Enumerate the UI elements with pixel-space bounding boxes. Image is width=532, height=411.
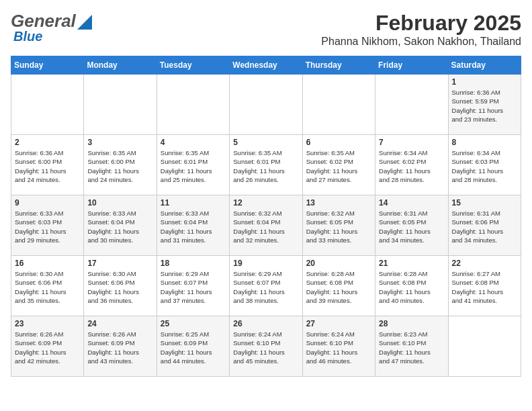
day-cell-28: 28Sunrise: 6:23 AM Sunset: 6:10 PM Dayli… (375, 316, 448, 377)
day-cell-26: 26Sunrise: 6:24 AM Sunset: 6:10 PM Dayli… (230, 316, 302, 377)
location-subtitle: Phanna Nikhom, Sakon Nakhon, Thailand (321, 36, 521, 48)
day-info: Sunrise: 6:24 AM Sunset: 6:10 PM Dayligh… (233, 330, 298, 365)
day-info: Sunrise: 6:35 AM Sunset: 6:01 PM Dayligh… (233, 148, 298, 184)
day-info: Sunrise: 6:31 AM Sunset: 6:05 PM Dayligh… (379, 209, 444, 244)
day-cell-19: 19Sunrise: 6:29 AM Sunset: 6:07 PM Dayli… (230, 256, 302, 316)
logo: General Blue (11, 11, 92, 44)
weekday-header-saturday: Saturday (448, 56, 521, 75)
calendar-table: SundayMondayTuesdayWednesdayThursdayFrid… (11, 56, 521, 377)
day-number: 14 (379, 198, 444, 208)
empty-cell (84, 75, 157, 135)
day-number: 17 (87, 259, 152, 268)
title-area: February 2025 Phanna Nikhom, Sakon Nakho… (321, 11, 521, 48)
day-info: Sunrise: 6:27 AM Sunset: 6:08 PM Dayligh… (452, 269, 517, 305)
day-number: 25 (161, 319, 226, 328)
day-number: 27 (306, 319, 371, 328)
day-cell-8: 8Sunrise: 6:34 AM Sunset: 6:03 PM Daylig… (448, 135, 521, 195)
page-header: General Blue February 2025 Phanna Nikhom… (11, 11, 521, 48)
day-number: 16 (15, 259, 80, 268)
day-number: 1 (452, 77, 517, 87)
day-cell-27: 27Sunrise: 6:24 AM Sunset: 6:10 PM Dayli… (302, 316, 375, 377)
day-cell-5: 5Sunrise: 6:35 AM Sunset: 6:01 PM Daylig… (230, 135, 302, 195)
day-cell-12: 12Sunrise: 6:32 AM Sunset: 6:04 PM Dayli… (230, 195, 302, 256)
weekday-header-monday: Monday (84, 56, 157, 75)
day-number: 21 (379, 259, 444, 268)
day-number: 19 (233, 259, 298, 268)
day-info: Sunrise: 6:25 AM Sunset: 6:09 PM Dayligh… (161, 330, 226, 365)
day-cell-6: 6Sunrise: 6:35 AM Sunset: 6:02 PM Daylig… (302, 135, 375, 195)
day-number: 22 (452, 259, 517, 268)
day-cell-15: 15Sunrise: 6:31 AM Sunset: 6:06 PM Dayli… (448, 195, 521, 256)
day-info: Sunrise: 6:29 AM Sunset: 6:07 PM Dayligh… (233, 269, 298, 305)
day-cell-1: 1Sunrise: 6:36 AM Sunset: 5:59 PM Daylig… (448, 75, 521, 135)
day-number: 23 (15, 319, 80, 328)
day-info: Sunrise: 6:33 AM Sunset: 6:03 PM Dayligh… (15, 209, 80, 244)
empty-cell (157, 75, 229, 135)
day-number: 3 (87, 138, 152, 147)
day-number: 2 (15, 138, 80, 147)
day-number: 11 (161, 198, 226, 208)
day-cell-4: 4Sunrise: 6:35 AM Sunset: 6:01 PM Daylig… (157, 135, 229, 195)
week-row-2: 2Sunrise: 6:36 AM Sunset: 6:00 PM Daylig… (11, 135, 521, 195)
day-info: Sunrise: 6:24 AM Sunset: 6:10 PM Dayligh… (306, 330, 371, 365)
day-cell-23: 23Sunrise: 6:26 AM Sunset: 6:09 PM Dayli… (11, 316, 84, 377)
month-year-title: February 2025 (321, 11, 521, 36)
logo-blue-text: Blue (13, 29, 42, 44)
day-info: Sunrise: 6:26 AM Sunset: 6:09 PM Dayligh… (15, 330, 80, 365)
day-number: 20 (306, 259, 371, 268)
day-cell-9: 9Sunrise: 6:33 AM Sunset: 6:03 PM Daylig… (11, 195, 84, 256)
day-number: 13 (306, 198, 371, 208)
week-row-3: 9Sunrise: 6:33 AM Sunset: 6:03 PM Daylig… (11, 195, 521, 256)
day-info: Sunrise: 6:30 AM Sunset: 6:06 PM Dayligh… (15, 269, 80, 305)
weekday-header-friday: Friday (375, 56, 448, 75)
day-cell-17: 17Sunrise: 6:30 AM Sunset: 6:06 PM Dayli… (84, 256, 157, 316)
day-info: Sunrise: 6:28 AM Sunset: 6:08 PM Dayligh… (306, 269, 371, 305)
empty-cell (302, 75, 375, 135)
empty-cell (448, 316, 521, 377)
day-cell-13: 13Sunrise: 6:32 AM Sunset: 6:05 PM Dayli… (302, 195, 375, 256)
day-info: Sunrise: 6:33 AM Sunset: 6:04 PM Dayligh… (161, 209, 226, 244)
day-info: Sunrise: 6:28 AM Sunset: 6:08 PM Dayligh… (379, 269, 444, 305)
day-info: Sunrise: 6:35 AM Sunset: 6:00 PM Dayligh… (87, 148, 152, 184)
day-number: 12 (233, 198, 298, 208)
day-info: Sunrise: 6:23 AM Sunset: 6:10 PM Dayligh… (379, 330, 444, 365)
day-info: Sunrise: 6:34 AM Sunset: 6:02 PM Dayligh… (379, 148, 444, 184)
day-cell-20: 20Sunrise: 6:28 AM Sunset: 6:08 PM Dayli… (302, 256, 375, 316)
day-cell-21: 21Sunrise: 6:28 AM Sunset: 6:08 PM Dayli… (375, 256, 448, 316)
day-info: Sunrise: 6:31 AM Sunset: 6:06 PM Dayligh… (452, 209, 517, 244)
week-row-5: 23Sunrise: 6:26 AM Sunset: 6:09 PM Dayli… (11, 316, 521, 377)
day-cell-25: 25Sunrise: 6:25 AM Sunset: 6:09 PM Dayli… (157, 316, 229, 377)
day-cell-18: 18Sunrise: 6:29 AM Sunset: 6:07 PM Dayli… (157, 256, 229, 316)
week-row-4: 16Sunrise: 6:30 AM Sunset: 6:06 PM Dayli… (11, 256, 521, 316)
day-number: 5 (233, 138, 298, 147)
day-cell-11: 11Sunrise: 6:33 AM Sunset: 6:04 PM Dayli… (157, 195, 229, 256)
day-cell-10: 10Sunrise: 6:33 AM Sunset: 6:04 PM Dayli… (84, 195, 157, 256)
weekday-header-wednesday: Wednesday (230, 56, 302, 75)
day-info: Sunrise: 6:32 AM Sunset: 6:05 PM Dayligh… (306, 209, 371, 244)
day-info: Sunrise: 6:34 AM Sunset: 6:03 PM Dayligh… (452, 148, 517, 184)
day-number: 6 (306, 138, 371, 147)
day-number: 28 (379, 319, 444, 328)
day-number: 24 (87, 319, 152, 328)
day-cell-2: 2Sunrise: 6:36 AM Sunset: 6:00 PM Daylig… (11, 135, 84, 195)
day-number: 26 (233, 319, 298, 328)
empty-cell (230, 75, 302, 135)
empty-cell (375, 75, 448, 135)
weekday-header-sunday: Sunday (11, 56, 84, 75)
day-number: 10 (87, 198, 152, 208)
day-number: 8 (452, 138, 517, 147)
logo-arrow-icon (77, 15, 92, 30)
day-info: Sunrise: 6:35 AM Sunset: 6:02 PM Dayligh… (306, 148, 371, 184)
svg-marker-0 (77, 15, 92, 30)
day-number: 15 (452, 198, 517, 208)
day-info: Sunrise: 6:36 AM Sunset: 5:59 PM Dayligh… (452, 88, 517, 124)
week-row-1: 1Sunrise: 6:36 AM Sunset: 5:59 PM Daylig… (11, 75, 521, 135)
day-info: Sunrise: 6:32 AM Sunset: 6:04 PM Dayligh… (233, 209, 298, 244)
day-info: Sunrise: 6:30 AM Sunset: 6:06 PM Dayligh… (87, 269, 152, 305)
day-info: Sunrise: 6:29 AM Sunset: 6:07 PM Dayligh… (161, 269, 226, 305)
empty-cell (11, 75, 84, 135)
day-info: Sunrise: 6:33 AM Sunset: 6:04 PM Dayligh… (87, 209, 152, 244)
day-cell-3: 3Sunrise: 6:35 AM Sunset: 6:00 PM Daylig… (84, 135, 157, 195)
day-number: 9 (15, 198, 80, 208)
day-number: 4 (161, 138, 226, 147)
